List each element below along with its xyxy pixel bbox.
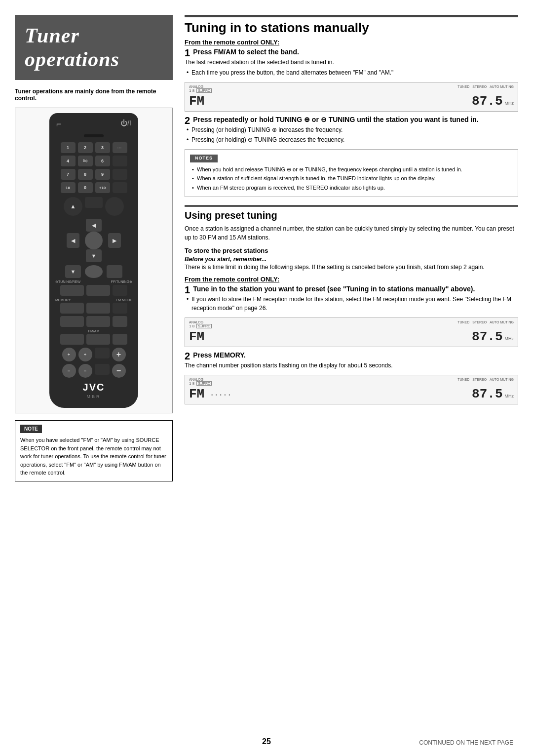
btn-dots[interactable]: ··· bbox=[113, 142, 127, 153]
btn-memory[interactable] bbox=[60, 303, 84, 314]
nav-up-btn[interactable]: ◀ bbox=[86, 219, 102, 232]
display3-tuned: TUNED bbox=[457, 378, 469, 386]
btn-eject[interactable]: ▲ bbox=[64, 197, 82, 216]
btn-extra1[interactable] bbox=[60, 316, 84, 327]
remote-num-row4: 10 0 +10 bbox=[54, 182, 133, 193]
preset-step2-num: 2 bbox=[185, 351, 190, 361]
btn-tuning-rew[interactable] bbox=[60, 285, 84, 296]
section1-divider bbox=[185, 15, 518, 17]
display2-top-right: TUNED STEREO AUTO MUTING bbox=[457, 320, 514, 328]
display1-automuting: AUTO MUTING bbox=[490, 85, 514, 93]
memory-label: MEMORY bbox=[55, 298, 71, 302]
extra-row1 bbox=[54, 316, 133, 327]
btn-0[interactable]: 0 bbox=[78, 182, 93, 193]
section2-divider bbox=[185, 205, 518, 207]
display1-chlabels: 1 8 bbox=[189, 88, 194, 93]
display1-freq: 87.5 bbox=[206, 94, 502, 109]
display3-top-left: ANALOG 1 8 S.JPRO bbox=[189, 378, 212, 386]
nav-center-btn[interactable] bbox=[85, 232, 103, 249]
display2-freq: 87.5 bbox=[206, 329, 502, 344]
display2-chlabels: 1 8 bbox=[189, 324, 194, 328]
note-label: NOTE bbox=[20, 425, 42, 433]
display3-top: ANALOG 1 8 S.JPRO TUNED STEREO AUTO MUTI… bbox=[189, 378, 514, 386]
btn-1[interactable]: 1 bbox=[61, 142, 76, 153]
to-store-heading: To store the preset stations bbox=[185, 247, 518, 254]
title-block: Tuner operations bbox=[15, 15, 173, 80]
nav-cluster-container: ◀ ▼ ◀ ▶ bbox=[54, 219, 133, 262]
btn-plus10[interactable]: +10 bbox=[95, 182, 110, 193]
nav-down2-btn[interactable]: ▼ bbox=[65, 265, 81, 278]
display1-stereo: STEREO bbox=[472, 85, 487, 93]
display2-mhz: MHz bbox=[505, 336, 514, 341]
display2-stereo: STEREO bbox=[472, 320, 487, 328]
btn-minus-l[interactable]: − bbox=[62, 364, 76, 378]
fm-mode-label: FM MODE bbox=[116, 298, 132, 302]
btn-6[interactable]: 6 bbox=[95, 156, 110, 166]
btn-ff-tuning[interactable] bbox=[86, 285, 110, 296]
btn-plus-l[interactable]: + bbox=[62, 348, 76, 361]
remote-num-row3: 7 8 9 bbox=[54, 169, 133, 180]
fmam-label: FM/AM bbox=[88, 329, 100, 333]
nav-cluster: ◀ ▼ ◀ ▶ bbox=[67, 219, 121, 262]
notes-item2: When a station of sufficient signal stre… bbox=[190, 174, 513, 183]
btn-9[interactable]: 9 bbox=[95, 169, 110, 180]
remote-num-row1: 1 2 3 ··· bbox=[54, 142, 133, 153]
btn-minus-far[interactable]: − bbox=[112, 364, 126, 378]
display3-freq: 87.5 bbox=[233, 387, 502, 401]
tuning-rew-label: ⊖TUNING/REW bbox=[55, 280, 80, 284]
display3-top-right: TUNED STEREO AUTO MUTING bbox=[457, 378, 514, 386]
step1-title: Press FM/AM to select the band. bbox=[193, 48, 299, 56]
display1-sjpro: S.JPRO bbox=[196, 88, 212, 93]
from-remote-only-1: From the remote control ONLY: bbox=[185, 39, 518, 46]
tuning-label-row: ⊖TUNING/REW FF/TUNING⊕ bbox=[54, 280, 133, 284]
btn-fmam-right[interactable] bbox=[113, 334, 127, 345]
display3: ANALOG 1 8 S.JPRO TUNED STEREO AUTO MUTI… bbox=[185, 375, 518, 404]
step1-block: 1 Press FM/AM to select the band. The la… bbox=[185, 48, 518, 77]
section2-intro: Once a station is assigned a channel num… bbox=[185, 224, 518, 242]
display3-stereo: STEREO bbox=[472, 378, 487, 386]
btn-4[interactable]: 4 bbox=[61, 156, 76, 166]
display3-ch: 1 8 S.JPRO bbox=[189, 381, 212, 386]
display3-dots: ····· bbox=[209, 390, 231, 400]
btn-blank-t2 bbox=[113, 285, 127, 296]
btn-fm-mode[interactable] bbox=[86, 303, 110, 314]
display3-analog: ANALOG bbox=[189, 378, 212, 381]
btn-minus-r[interactable]: − bbox=[78, 364, 92, 378]
preset-step1-num: 1 bbox=[185, 285, 190, 295]
btn-2[interactable]: 2 bbox=[78, 142, 93, 153]
display3-mhz: MHz bbox=[505, 394, 514, 398]
memory-fmmode-label-row: MEMORY FM MODE bbox=[54, 298, 133, 302]
preset-step1-bullet: If you want to store the FM reception mo… bbox=[185, 295, 518, 313]
btn-plus-far[interactable]: + bbox=[112, 348, 126, 361]
display2-analog: ANALOG bbox=[189, 320, 212, 324]
nav-left-btn[interactable]: ◀ bbox=[67, 233, 79, 248]
page: Tuner operations Tuner operations are ma… bbox=[0, 0, 533, 756]
btn-5[interactable]: 5◇ bbox=[78, 156, 93, 166]
btn-extra2[interactable] bbox=[86, 316, 110, 327]
btn-3[interactable]: 3 bbox=[95, 142, 110, 153]
nav-right-btn[interactable]: ▶ bbox=[108, 233, 121, 248]
display2-fm: FM bbox=[189, 329, 204, 344]
display2-sjpro: S.JPRO bbox=[196, 324, 212, 328]
section2-title: Using preset tuning bbox=[185, 210, 518, 221]
remote-notch bbox=[84, 134, 104, 137]
fmam-btn-row bbox=[54, 334, 133, 345]
btn-round-right[interactable] bbox=[105, 197, 124, 216]
btn-8[interactable]: 8 bbox=[78, 169, 93, 180]
btn-plus-r[interactable]: + bbox=[78, 348, 92, 361]
tuning-btn-row bbox=[54, 285, 133, 296]
display1-ch: 1 8 S.JPRO bbox=[189, 88, 212, 93]
display1-top-left: ANALOG 1 8 S.JPRO bbox=[189, 85, 212, 93]
preset-step2-block: 2 Press MEMORY. The channel number posit… bbox=[185, 351, 518, 370]
btn-10[interactable]: 10 bbox=[61, 182, 76, 193]
nav-down-btn[interactable]: ▼ bbox=[86, 249, 102, 262]
fmam-label-row: FM/AM bbox=[54, 329, 133, 333]
preset-step1-title: Tune in to the station you want to prese… bbox=[193, 285, 475, 293]
btn-7[interactable]: 7 bbox=[61, 169, 76, 180]
btn-fmam-center[interactable] bbox=[86, 334, 110, 345]
right-column: Tuning in to stations manually From the … bbox=[183, 15, 518, 731]
btn-fmam-left[interactable] bbox=[60, 334, 84, 345]
nav-center2-btn[interactable] bbox=[85, 265, 103, 278]
mbr-logo: MBR bbox=[54, 394, 133, 399]
btn-extra3[interactable] bbox=[113, 316, 127, 327]
